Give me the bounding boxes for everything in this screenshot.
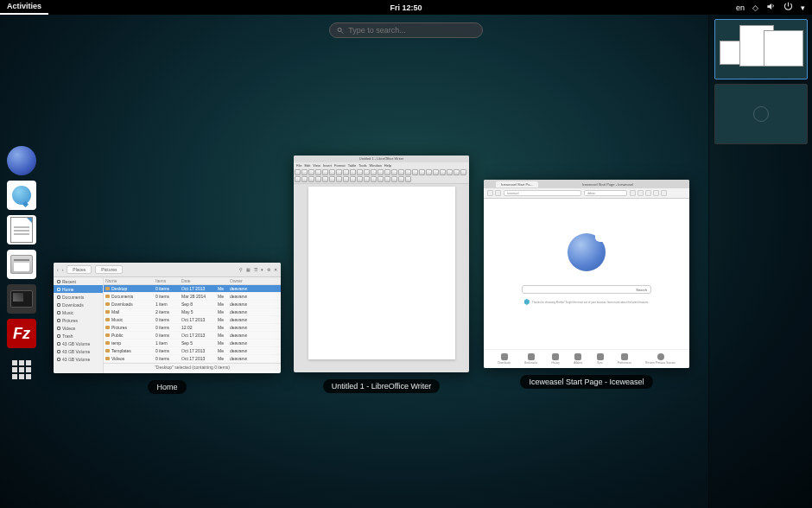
dock-libreoffice[interactable] bbox=[6, 214, 37, 245]
toolbar-button[interactable] bbox=[454, 169, 460, 175]
forward-button[interactable] bbox=[495, 190, 501, 196]
language-indicator[interactable]: en bbox=[736, 3, 745, 12]
toolbar-button[interactable] bbox=[364, 176, 370, 182]
menu-item[interactable]: Table bbox=[348, 163, 357, 168]
menu-item[interactable]: View bbox=[313, 163, 320, 168]
footer-item[interactable]: History bbox=[552, 353, 560, 365]
dock-terminal[interactable] bbox=[6, 283, 37, 314]
toolbar-button[interactable] bbox=[329, 169, 335, 175]
toolbar-button[interactable] bbox=[405, 169, 411, 175]
toolbar-button[interactable] bbox=[301, 176, 308, 182]
downloads-button[interactable] bbox=[645, 190, 651, 196]
footer-item[interactable]: Downloads bbox=[498, 353, 511, 365]
table-row[interactable]: Templates0 itemsOct 17 2013Medeavanw bbox=[104, 347, 281, 355]
toolbar-button[interactable] bbox=[308, 169, 314, 175]
table-row[interactable]: Downloads1 itemSep 8Medeavanw bbox=[104, 301, 281, 308]
toolbar-button[interactable] bbox=[357, 176, 363, 182]
menu-item[interactable]: Insert bbox=[323, 163, 332, 168]
toolbar-button[interactable] bbox=[308, 176, 314, 182]
footer-item[interactable]: Preferences bbox=[618, 353, 631, 365]
search-input[interactable] bbox=[348, 26, 475, 35]
toolbar-button[interactable] bbox=[371, 169, 377, 175]
toolbar-button[interactable] bbox=[405, 176, 411, 182]
start-search[interactable]: Search bbox=[522, 285, 651, 294]
table-row[interactable]: temp1 itemSep 5Medeavanw bbox=[104, 340, 281, 347]
workspace-2[interactable] bbox=[714, 84, 808, 144]
table-row[interactable]: Videos0 itemsOct 17 2013Medeavanw bbox=[104, 355, 281, 363]
sidebar-item[interactable]: Documents bbox=[54, 293, 103, 301]
toolbar-button[interactable] bbox=[384, 176, 390, 182]
back-button[interactable] bbox=[487, 190, 493, 196]
menu-item[interactable]: Edit bbox=[304, 163, 310, 168]
toolbar-button[interactable] bbox=[315, 176, 321, 182]
toolbar-button[interactable] bbox=[419, 169, 425, 175]
toolbar-button[interactable] bbox=[295, 176, 301, 182]
sidebar-item[interactable]: Recent bbox=[54, 277, 103, 285]
toolbar-button[interactable] bbox=[295, 169, 301, 175]
toolbar-button[interactable] bbox=[398, 176, 404, 182]
dock-filezilla[interactable]: Fz bbox=[6, 318, 37, 349]
table-row[interactable]: Music0 itemsOct 17 2013Medeavanw bbox=[104, 316, 281, 324]
table-row[interactable]: Mail2 itemsMay 5Medeavanw bbox=[104, 308, 281, 316]
dock-iceweasel[interactable] bbox=[6, 145, 37, 176]
toolbar-button[interactable] bbox=[336, 176, 342, 182]
bookmark-button[interactable] bbox=[653, 190, 659, 196]
toolbar-button[interactable] bbox=[350, 176, 356, 182]
sidebar-item[interactable]: 43 GB Volume bbox=[54, 340, 103, 347]
menu-item[interactable]: File bbox=[296, 163, 301, 168]
search-bar[interactable]: debian bbox=[584, 190, 627, 196]
activities-button[interactable]: Activities bbox=[0, 0, 48, 15]
toolbar-button[interactable] bbox=[391, 169, 397, 175]
browser-tab[interactable]: Iceweasel Start Pa... bbox=[496, 181, 538, 187]
writer-toolbar[interactable] bbox=[294, 168, 469, 184]
toolbar-button[interactable] bbox=[447, 169, 453, 175]
menu-button[interactable] bbox=[661, 190, 667, 196]
browser-tabbar[interactable]: Iceweasel Start Pa... Iceweasel Start Pa… bbox=[484, 180, 689, 188]
overview-search[interactable] bbox=[329, 22, 483, 38]
toolbar-button[interactable] bbox=[301, 169, 308, 175]
toolbar-button[interactable] bbox=[384, 169, 390, 175]
sidebar-item[interactable]: 43 GB Volume bbox=[54, 355, 103, 363]
sidebar-item[interactable]: Videos bbox=[54, 324, 103, 332]
forward-button[interactable]: › bbox=[62, 267, 64, 272]
sidebar-item[interactable]: Trash bbox=[54, 332, 103, 340]
shield-icon[interactable]: ◇ bbox=[752, 3, 758, 12]
path-button[interactable]: Pictures bbox=[95, 265, 123, 274]
table-row[interactable]: Desktop0 itemsOct 17 2013Medeavanw bbox=[104, 285, 281, 293]
table-row[interactable]: Documents0 itemsMar 28 2014Medeavanw bbox=[104, 293, 281, 301]
toolbar-button[interactable] bbox=[350, 169, 356, 175]
toolbar-button[interactable] bbox=[343, 176, 349, 182]
toolbar-button[interactable] bbox=[336, 169, 342, 175]
workspace-1[interactable] bbox=[714, 19, 808, 79]
toolbar-button[interactable] bbox=[391, 176, 397, 182]
window-browser[interactable]: Iceweasel Start Pa... Iceweasel Start Pa… bbox=[484, 180, 689, 389]
back-button[interactable]: ‹ bbox=[57, 267, 59, 272]
restore-session[interactable]: Restore Previous Session bbox=[645, 353, 676, 365]
toolbar-button[interactable] bbox=[315, 169, 321, 175]
close-icon[interactable]: ✕ bbox=[274, 267, 277, 272]
sidebar-item[interactable]: 43 GB Volume bbox=[54, 347, 103, 355]
power-icon[interactable] bbox=[783, 2, 793, 13]
url-bar[interactable]: Iceweasel bbox=[504, 190, 581, 196]
menu-item[interactable]: Help bbox=[384, 163, 391, 168]
gear-icon[interactable]: ⚙ bbox=[267, 267, 270, 272]
reload-button[interactable] bbox=[630, 190, 636, 196]
volume-icon[interactable] bbox=[766, 2, 776, 13]
toolbar-button[interactable] bbox=[433, 169, 439, 175]
toolbar-button[interactable] bbox=[343, 169, 349, 175]
toolbar-button[interactable] bbox=[377, 169, 384, 175]
search-icon[interactable]: ⚲ bbox=[239, 267, 243, 272]
status-area[interactable]: en ◇ ▾ bbox=[736, 2, 805, 13]
toolbar-button[interactable] bbox=[398, 169, 404, 175]
toolbar-button[interactable] bbox=[460, 169, 466, 175]
toolbar-button[interactable] bbox=[440, 169, 446, 175]
view-list-icon[interactable]: ☰ bbox=[254, 267, 257, 272]
clock[interactable]: Fri 12:50 bbox=[390, 3, 422, 12]
sidebar-item[interactable]: Home bbox=[54, 285, 103, 293]
view-grid-icon[interactable]: ▦ bbox=[246, 267, 251, 272]
toolbar-button[interactable] bbox=[322, 169, 328, 175]
toolbar-button[interactable] bbox=[364, 169, 370, 175]
dock-files[interactable] bbox=[6, 249, 37, 280]
table-row[interactable]: Public0 itemsOct 17 2013Medeavanw bbox=[104, 332, 281, 340]
footer-item[interactable]: Bookmarks bbox=[524, 353, 537, 365]
